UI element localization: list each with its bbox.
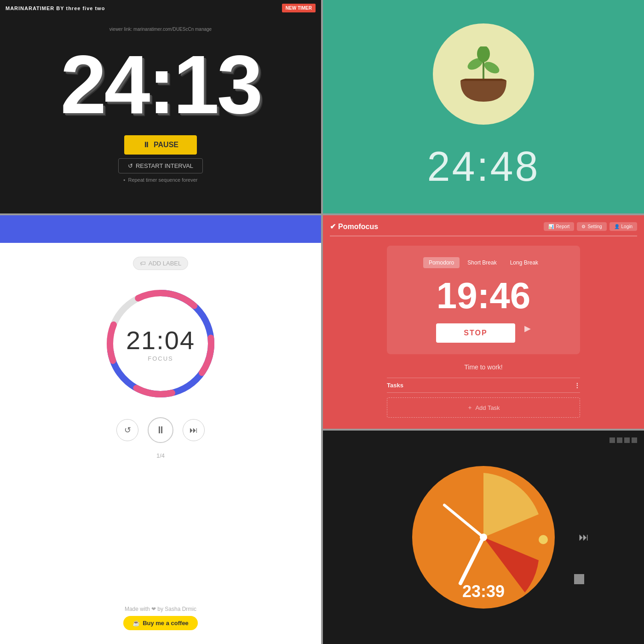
focus-label-text: FOCUS	[126, 355, 195, 362]
coffee-icon: ☕	[132, 620, 140, 627]
tab-long-break[interactable]: Long Break	[505, 257, 544, 268]
plant-bowl	[460, 46, 506, 102]
focus-skip-button[interactable]: ⏭	[183, 419, 205, 441]
focus-panel: 🏷 ADD LABEL 21:04 FOCUS ↺ ⏸	[0, 215, 321, 644]
clock-svg: 23:39	[405, 459, 562, 615]
plant-svg	[465, 46, 502, 79]
report-button[interactable]: 📊 Report	[544, 222, 574, 231]
grid-icon-2	[617, 437, 622, 443]
pause-icon: ⏸	[143, 141, 150, 149]
stop-button[interactable]: STOP	[436, 323, 515, 343]
clock-icons-top	[610, 437, 637, 443]
report-icon: 📊	[548, 224, 554, 229]
svg-point-2	[482, 59, 501, 75]
report-label: Report	[556, 224, 569, 229]
svg-text:23:39: 23:39	[462, 582, 505, 601]
clock-skip-area: ⏭	[579, 531, 589, 543]
add-task-button[interactable]: ＋ Add Task	[387, 397, 580, 418]
focus-footer: Made with ❤ by Sasha Drmic ☕ Buy me a co…	[123, 606, 198, 630]
bowl-svg	[460, 79, 506, 102]
svg-point-11	[480, 534, 487, 541]
focus-controls: ↺ ⏸ ⏭	[116, 417, 205, 443]
pause-button[interactable]: ⏸ PAUSE	[124, 135, 197, 155]
pomo-timer-card: Pomodoro Short Break Long Break 19:46 ST…	[387, 246, 580, 354]
tab-pomodoro[interactable]: Pomodoro	[423, 257, 460, 268]
grid-icon-4	[632, 437, 637, 443]
focus-counter: 1/4	[156, 452, 165, 459]
checkbox-icon[interactable]: ▪	[124, 177, 126, 183]
login-icon: 👤	[614, 224, 620, 229]
focus-pause-button[interactable]: ⏸	[148, 417, 173, 443]
pomo-controls: STOP ▶	[436, 314, 530, 343]
svg-rect-0	[483, 60, 484, 79]
pomo-tasks: Tasks ⋮ ＋ Add Task	[387, 378, 580, 418]
made-with-text: Made with ❤ by Sasha Drmic	[123, 606, 198, 612]
pause-label: PAUSE	[154, 141, 178, 149]
tasks-label: Tasks	[387, 382, 403, 389]
focus-time-display: 21:04	[126, 325, 195, 355]
gear-icon: ⚙	[581, 224, 586, 229]
add-task-label: Add Task	[475, 404, 500, 411]
buy-coffee-button[interactable]: ☕ Buy me a coffee	[123, 616, 198, 630]
repeat-option: ▪ Repeat timer sequence forever	[124, 177, 198, 183]
skip-icon: ⏭	[190, 426, 198, 435]
add-icon: ＋	[467, 403, 473, 412]
setting-button[interactable]: ⚙ Setting	[577, 222, 606, 231]
tasks-menu-icon[interactable]: ⋮	[574, 382, 580, 389]
marinara-logo: MARINARATIMER BY three five two	[6, 6, 105, 11]
pomo-time-display: 19:46	[437, 277, 531, 314]
marinara-panel: MARINARATIMER BY three five two NEW TIME…	[0, 0, 321, 213]
clock-panel: 23:39 ⏭	[323, 431, 644, 644]
new-timer-button[interactable]: NEW TIMER	[282, 4, 316, 12]
pomo-logo-text: Pomofocus	[338, 223, 378, 231]
buy-coffee-label: Buy me a coffee	[143, 620, 189, 627]
marinara-time-display: 24:13	[60, 43, 260, 126]
plant-circle	[433, 23, 534, 125]
forest-panel: 24:48	[323, 0, 644, 213]
repeat-label: Repeat timer sequence forever	[128, 177, 197, 183]
next-button[interactable]: ▶	[524, 323, 531, 334]
grid-icon-3	[624, 437, 630, 443]
viewer-link: viewer link: marinaratimer.com/DUEScCn m…	[109, 27, 212, 32]
tasks-header: Tasks ⋮	[387, 378, 580, 393]
focus-top-bar	[0, 215, 321, 243]
svg-point-12	[539, 535, 548, 544]
grid-icon-1	[610, 437, 615, 443]
login-label: Login	[621, 224, 632, 229]
restart-interval-button[interactable]: ↺ RESTART INTERVAL	[118, 158, 203, 173]
label-icon: 🏷	[140, 260, 146, 267]
refresh-icon: ↺	[128, 162, 133, 169]
pomo-message: Time to work!	[464, 363, 503, 371]
reset-button[interactable]: ↺	[116, 419, 138, 441]
pomo-logo: ✔ Pomofocus	[330, 222, 378, 231]
clock-skip-icon[interactable]: ⏭	[579, 531, 589, 543]
focus-time-overlay: 21:04 FOCUS	[126, 325, 195, 362]
tab-short-break[interactable]: Short Break	[462, 257, 502, 268]
pomo-check-icon: ✔	[330, 222, 336, 231]
reset-icon: ↺	[124, 425, 131, 435]
setting-label: Setting	[587, 224, 602, 229]
pause-icon: ⏸	[155, 424, 166, 436]
restart-label: RESTART INTERVAL	[136, 162, 193, 169]
clock-stop-button[interactable]	[574, 574, 584, 584]
pomo-tabs: Pomodoro Short Break Long Break	[423, 257, 544, 268]
pomofocus-panel: ✔ Pomofocus 📊 Report ⚙ Setting 👤 Login	[323, 215, 644, 429]
pomo-nav-buttons: 📊 Report ⚙ Setting 👤 Login	[544, 222, 637, 231]
pomo-header: ✔ Pomofocus 📊 Report ⚙ Setting 👤 Login	[330, 222, 637, 236]
add-label-button[interactable]: 🏷 ADD LABEL	[133, 257, 189, 270]
marinara-header: MARINARATIMER BY three five two NEW TIME…	[0, 0, 321, 16]
add-label-text: ADD LABEL	[149, 260, 182, 267]
login-button[interactable]: 👤 Login	[610, 222, 637, 231]
forest-time-display: 24:48	[427, 143, 540, 190]
focus-ring-container: 21:04 FOCUS	[101, 284, 220, 403]
